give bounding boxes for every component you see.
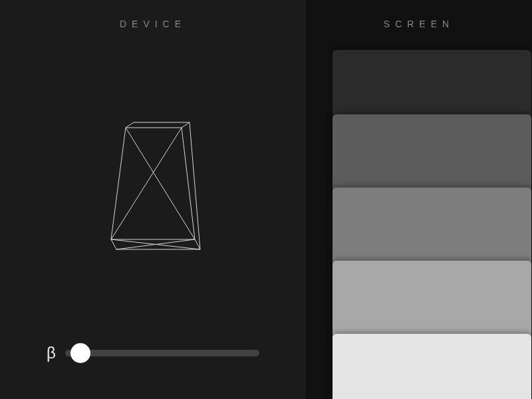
- device-wireframe-icon: [96, 120, 209, 259]
- beta-slider[interactable]: [65, 350, 259, 356]
- screen-panel: SCREEN: [306, 0, 532, 399]
- device-title: DEVICE: [0, 19, 306, 29]
- svg-line-11: [190, 122, 200, 249]
- svg-line-7: [111, 239, 116, 249]
- beta-slider-label: β: [47, 344, 56, 362]
- screen-card[interactable]: [332, 334, 531, 399]
- svg-line-2: [126, 128, 195, 239]
- screen-title: SCREEN: [306, 19, 532, 29]
- svg-line-10: [116, 239, 195, 249]
- svg-line-1: [111, 128, 182, 239]
- svg-line-5: [182, 122, 190, 128]
- device-panel: DEVICE β: [0, 0, 306, 399]
- svg-line-4: [126, 122, 134, 128]
- svg-marker-0: [111, 128, 195, 239]
- beta-slider-row: β: [47, 344, 259, 362]
